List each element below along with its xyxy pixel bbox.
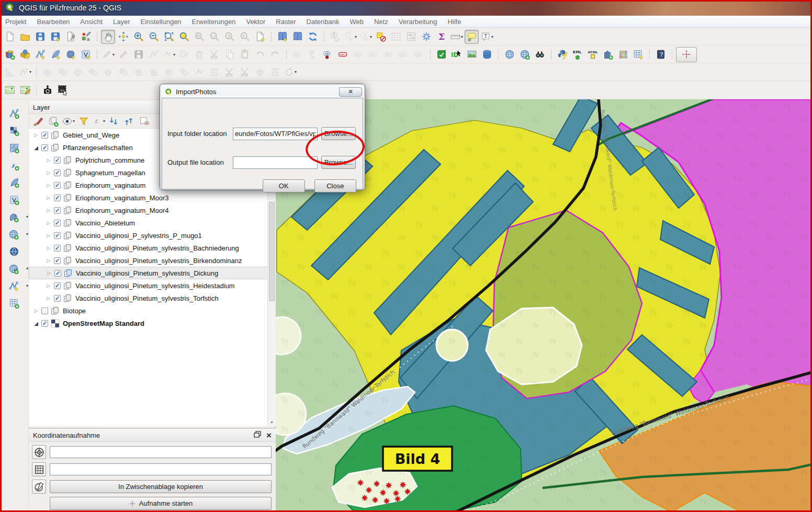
new-virtual-layer-button[interactable] bbox=[78, 48, 93, 62]
add-wcs-layer-button[interactable] bbox=[7, 244, 21, 258]
zoom-in-button[interactable] bbox=[131, 30, 145, 44]
kml-tools-button[interactable]: KML bbox=[570, 48, 584, 62]
add-vector-layer-star-button[interactable] bbox=[18, 48, 32, 62]
menu-raster[interactable]: Raster bbox=[270, 18, 301, 26]
add-wms-layer-button[interactable] bbox=[6, 227, 20, 241]
python-console-button[interactable] bbox=[555, 48, 569, 62]
add-wfs-layer-button[interactable] bbox=[6, 261, 20, 276]
layer-visibility-checkbox[interactable]: ✓ bbox=[41, 320, 48, 327]
menu-einstellungen[interactable]: Einstellungen bbox=[136, 18, 187, 26]
add-postgis-layer-button[interactable] bbox=[6, 210, 20, 224]
expand-arrow-icon[interactable]: ▷ bbox=[32, 132, 40, 138]
add-spatialite-layer-button[interactable] bbox=[7, 175, 21, 189]
layer-tree-item[interactable]: ▷✓Vaccinio_uliginosi_Pinetum_sylvestris_… bbox=[29, 267, 276, 279]
add-oracle-layer-button[interactable] bbox=[7, 296, 21, 310]
float-panel-icon[interactable] bbox=[254, 431, 261, 439]
add-raster-layer-button[interactable] bbox=[7, 123, 21, 138]
pin-labels-button[interactable]: ab bbox=[321, 48, 335, 62]
filter-by-expression-dropdown-icon[interactable]: ▾ bbox=[103, 119, 105, 123]
vertex-tool-dropdown-icon[interactable]: ▾ bbox=[173, 52, 175, 57]
zoom-out-button[interactable] bbox=[146, 30, 161, 44]
expand-arrow-icon[interactable]: ▷ bbox=[44, 233, 53, 238]
menu-bearbeiten[interactable]: Bearbeiten bbox=[31, 18, 75, 26]
layer-visibility-checkbox[interactable]: ✓ bbox=[54, 232, 61, 239]
collapse-all-button[interactable] bbox=[122, 114, 136, 128]
photo-upload-button[interactable] bbox=[40, 83, 54, 97]
add-vector-layer-button[interactable] bbox=[7, 106, 21, 120]
layer-visibility-checkbox[interactable]: ✓ bbox=[54, 157, 61, 164]
menu-verarbeitung[interactable]: Verarbeitung bbox=[393, 18, 443, 26]
expand-arrow-icon[interactable]: ▷ bbox=[44, 245, 53, 251]
image-export-button[interactable] bbox=[465, 48, 479, 62]
style-manager-button[interactable]: a bbox=[78, 30, 93, 44]
close-button[interactable]: Close bbox=[314, 179, 357, 192]
layer-tree-item[interactable]: ◢✓OpenStreetMap Standard bbox=[29, 317, 276, 329]
menu-hilfe[interactable]: Hilfe bbox=[442, 18, 466, 26]
output-file-field[interactable] bbox=[233, 156, 318, 169]
layer-visibility-checkbox[interactable]: ✓ bbox=[54, 195, 61, 201]
project-new-button[interactable] bbox=[3, 30, 17, 44]
close-panel-icon[interactable]: × bbox=[266, 431, 272, 440]
ok-button[interactable]: OK bbox=[263, 179, 305, 192]
manage-map-themes-button[interactable]: ▾ bbox=[61, 114, 75, 128]
coordinate-field-2[interactable] bbox=[50, 463, 272, 475]
layer-visibility-checkbox[interactable]: ✓ bbox=[54, 169, 61, 176]
dialog-title-bar[interactable]: ImportPhotos ✕ bbox=[162, 86, 363, 98]
coord-crs-button[interactable] bbox=[32, 445, 46, 459]
project-properties-button[interactable] bbox=[63, 30, 77, 44]
layer-tree-item[interactable]: ▷✓Vaccinio_Abietetum bbox=[29, 217, 276, 229]
measure-button[interactable]: ▾ bbox=[449, 30, 464, 44]
dialog-close-button[interactable]: ✕ bbox=[339, 87, 362, 97]
expand-arrow-icon[interactable]: ▷ bbox=[44, 258, 53, 263]
expand-arrow-icon[interactable]: ▷ bbox=[32, 308, 40, 313]
html-export-button[interactable]: HTML bbox=[585, 48, 600, 62]
bookmark-new-button[interactable] bbox=[275, 30, 289, 44]
refresh-map-button[interactable] bbox=[306, 30, 320, 44]
layer-tree-item[interactable]: ▷✓Eriophorum_vaginatum_Moor3 bbox=[29, 191, 276, 204]
statistical-summary-button[interactable]: Σ bbox=[434, 30, 448, 44]
add-vector-tile-layer-dropdown-icon[interactable]: ▾ bbox=[26, 283, 28, 288]
menu-ansicht[interactable]: Ansicht bbox=[75, 18, 108, 26]
osm-editor-button[interactable] bbox=[18, 83, 32, 97]
layer-visibility-checkbox[interactable]: ✓ bbox=[41, 144, 48, 151]
expand-arrow-icon[interactable]: ▷ bbox=[45, 270, 53, 276]
layer-visibility-checkbox[interactable]: ✓ bbox=[54, 282, 61, 289]
metasearch-button[interactable] bbox=[502, 48, 516, 62]
id-editor-button[interactable]: iD bbox=[449, 48, 464, 62]
coordinate-capture-toggle-button[interactable] bbox=[676, 47, 697, 62]
rotate-map-dropdown-icon[interactable]: ▾ bbox=[295, 70, 297, 74]
new-map-view-button[interactable] bbox=[253, 30, 267, 44]
layer-visibility-checkbox[interactable]: ✓ bbox=[54, 220, 61, 226]
expand-arrow-icon[interactable]: ▷ bbox=[44, 283, 53, 288]
add-virtual-layer-button[interactable] bbox=[7, 192, 21, 207]
deselect-features-button[interactable] bbox=[374, 30, 388, 44]
add-mesh-layer-button[interactable] bbox=[7, 141, 21, 155]
add-postgis-layer-dropdown-icon[interactable]: ▾ bbox=[26, 214, 28, 219]
select-by-form-dropdown-icon[interactable]: ▾ bbox=[370, 35, 372, 39]
osm-search-button[interactable] bbox=[533, 48, 547, 62]
input-folder-field[interactable] bbox=[233, 128, 318, 140]
menu-erweiterungen[interactable]: Erweiterungen bbox=[187, 18, 241, 26]
offline-editing-button[interactable] bbox=[480, 48, 494, 62]
add-group-button[interactable] bbox=[46, 114, 60, 128]
open-layer-styling-button[interactable] bbox=[31, 114, 45, 128]
expand-arrow-icon[interactable]: ▷ bbox=[44, 157, 53, 163]
menu-vektor[interactable]: Vektor bbox=[241, 18, 270, 26]
import-photos-tool-button[interactable] bbox=[55, 83, 70, 97]
layer-visibility-checkbox[interactable]: ✓ bbox=[54, 182, 61, 189]
plugin-builder-button[interactable] bbox=[601, 48, 615, 62]
menu-web[interactable]: Web bbox=[344, 18, 369, 26]
add-vector-tile-layer-button[interactable] bbox=[6, 279, 20, 293]
processing-toolbox-button[interactable] bbox=[419, 30, 433, 44]
scrollbar-thumb[interactable] bbox=[269, 202, 275, 301]
text-annotation-dropdown-icon[interactable]: ▾ bbox=[491, 35, 493, 39]
remove-layer-button[interactable] bbox=[137, 114, 151, 128]
help-contents-button[interactable]: ? bbox=[653, 48, 668, 62]
map-tips-button[interactable] bbox=[465, 30, 479, 44]
layer-tree-item[interactable]: ▷✓Vaccinio_uliginosi_Pinetum_sylvestris_… bbox=[29, 242, 276, 254]
expand-arrow-icon[interactable]: ▷ bbox=[44, 220, 53, 225]
text-annotation-button[interactable]: T▾ bbox=[480, 30, 494, 44]
geometry-checker-button[interactable] bbox=[434, 48, 448, 62]
layer-visibility-checkbox[interactable]: ✓ bbox=[54, 245, 61, 252]
color-palette-button[interactable] bbox=[616, 48, 630, 62]
